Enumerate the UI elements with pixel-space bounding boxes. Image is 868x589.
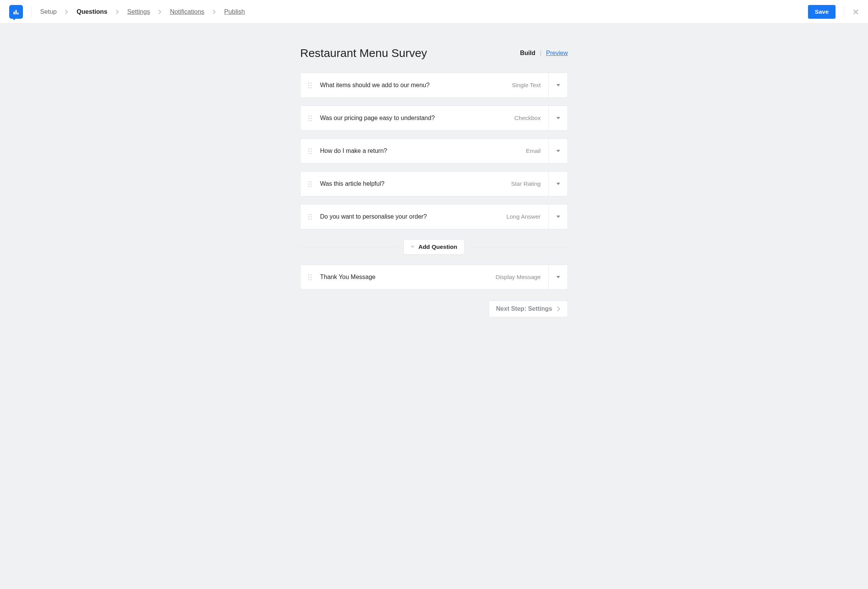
view-toggle: Build | Preview: [520, 50, 568, 57]
question-card: Do you want to personalise your order?Lo…: [300, 204, 568, 229]
chevron-right-icon: [65, 10, 68, 14]
drag-handle-icon[interactable]: [308, 83, 312, 88]
page-title: Restaurant Menu Survey: [300, 47, 427, 60]
question-card: How do I make a return?Email: [300, 138, 568, 164]
expand-button[interactable]: [548, 265, 567, 289]
expand-button[interactable]: [548, 204, 567, 229]
question-type: Email: [526, 148, 541, 154]
question-text: How do I make a return?: [320, 148, 526, 154]
save-button[interactable]: Save: [808, 5, 835, 19]
question-type: Checkbox: [514, 115, 541, 122]
expand-button[interactable]: [548, 172, 567, 196]
header-actions: Save: [808, 5, 859, 19]
bar-chart-icon: [12, 8, 20, 16]
footer-question-type: Display Message: [496, 274, 541, 281]
question-main[interactable]: How do I make a return?Email: [301, 139, 548, 163]
chevron-right-icon: [213, 10, 216, 14]
drag-handle-icon[interactable]: [308, 181, 312, 187]
svg-rect-2: [17, 12, 18, 14]
question-card: What items should we add to our menu?Sin…: [300, 73, 568, 98]
main-content: Restaurant Menu Survey Build | Preview W…: [300, 24, 568, 340]
question-main[interactable]: What items should we add to our menu?Sin…: [301, 73, 548, 97]
close-button[interactable]: [853, 9, 859, 15]
expand-button[interactable]: [548, 106, 567, 130]
svg-rect-0: [13, 11, 15, 14]
next-step-button[interactable]: Next Step: Settings: [489, 300, 568, 317]
chevron-down-icon: [411, 246, 414, 248]
app-logo[interactable]: [9, 5, 23, 19]
chevron-down-icon: [556, 84, 560, 86]
build-tab[interactable]: Build: [520, 50, 535, 57]
question-type: Star Rating: [511, 180, 541, 187]
questions-list: What items should we add to our menu?Sin…: [300, 73, 568, 229]
next-step-label: Next Step: Settings: [496, 305, 552, 312]
divider-line-right: [471, 247, 568, 247]
question-card: Was our pricing page easy to understand?…: [300, 105, 568, 131]
breadcrumb-settings[interactable]: Settings: [127, 8, 150, 15]
next-step-row: Next Step: Settings: [300, 300, 568, 317]
drag-handle-icon[interactable]: [308, 214, 312, 220]
svg-rect-1: [15, 10, 16, 15]
footer-questions-list: Thank You MessageDisplay Message: [300, 264, 568, 290]
chevron-right-icon: [557, 306, 561, 312]
chevron-down-icon: [556, 216, 560, 218]
chevron-down-icon: [556, 117, 560, 119]
footer-question-main[interactable]: Thank You MessageDisplay Message: [301, 265, 548, 289]
header-divider: [31, 6, 32, 17]
preview-tab[interactable]: Preview: [546, 50, 568, 57]
question-card: Was this article helpful?Star Rating: [300, 171, 568, 196]
add-question-button[interactable]: Add Question: [403, 239, 465, 255]
drag-handle-icon[interactable]: [308, 148, 312, 154]
question-text: What items should we add to our menu?: [320, 82, 512, 89]
view-toggle-divider: |: [540, 50, 541, 57]
question-main[interactable]: Was this article helpful?Star Rating: [301, 172, 548, 196]
expand-button[interactable]: [548, 73, 567, 97]
add-question-label: Add Question: [418, 243, 457, 250]
footer-question-card: Thank You MessageDisplay Message: [300, 264, 568, 290]
header-divider-right: [844, 6, 844, 17]
question-main[interactable]: Do you want to personalise your order?Lo…: [301, 204, 548, 229]
drag-handle-icon[interactable]: [308, 115, 312, 121]
drag-handle-icon[interactable]: [308, 274, 312, 280]
chevron-down-icon: [556, 183, 560, 185]
close-icon: [853, 9, 859, 15]
breadcrumb-notifications[interactable]: Notifications: [170, 8, 204, 15]
question-text: Was this article helpful?: [320, 180, 511, 187]
title-row: Restaurant Menu Survey Build | Preview: [300, 47, 568, 60]
question-text: Was our pricing page easy to understand?: [320, 115, 514, 122]
question-main[interactable]: Was our pricing page easy to understand?…: [301, 106, 548, 130]
chevron-down-icon: [556, 276, 560, 278]
breadcrumb-publish[interactable]: Publish: [224, 8, 245, 15]
divider-line-left: [300, 247, 397, 247]
expand-button[interactable]: [548, 139, 567, 163]
app-header: SetupQuestionsSettingsNotificationsPubli…: [0, 0, 868, 24]
breadcrumb-questions[interactable]: Questions: [76, 8, 107, 15]
chevron-right-icon: [116, 10, 119, 14]
question-text: Do you want to personalise your order?: [320, 213, 506, 220]
footer-question-text: Thank You Message: [320, 274, 496, 281]
add-question-row: Add Question: [300, 239, 568, 255]
breadcrumb-setup[interactable]: Setup: [40, 8, 57, 15]
question-type: Single Text: [512, 82, 541, 89]
question-type: Long Answer: [506, 213, 541, 220]
breadcrumbs: SetupQuestionsSettingsNotificationsPubli…: [40, 8, 808, 15]
chevron-down-icon: [556, 150, 560, 152]
chevron-right-icon: [158, 10, 161, 14]
